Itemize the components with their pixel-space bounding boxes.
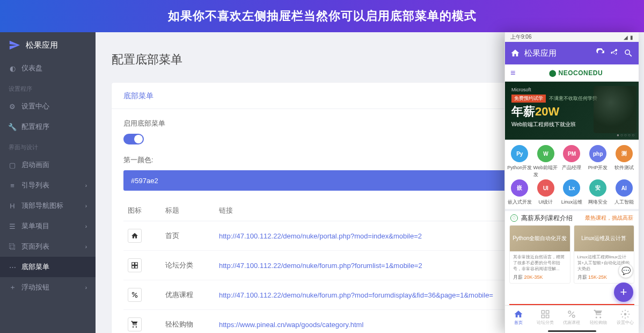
row-title: 轻松购物 [161,310,215,334]
chevron-right-icon: › [85,183,87,189]
pages-icon: ⿻ [9,243,16,251]
row-icon [128,317,142,331]
svg-point-8 [573,315,575,317]
home-indicator [548,330,596,332]
status-clock: 上午9:06 [510,33,531,41]
refresh-icon[interactable] [596,48,605,58]
dots-icon: ⋯ [9,263,16,271]
bottom-nav: 首页论坛分类优惠课程轻松购物设置中心 [505,305,639,329]
color-value: #597ae2 [131,177,158,185]
phone-appbar: 松果应用 [505,42,639,64]
section-header: ♡ 高薪系列课程介绍 最热课程，挑战高薪 [505,209,639,225]
h-icon: H [9,202,16,210]
sidebar-item-config[interactable]: 🔧配置程序 [0,117,96,137]
chevron-right-icon: › [85,285,87,291]
grid-item[interactable]: PyPython开发 [507,145,532,178]
nav-item[interactable]: 优惠课程 [559,306,586,329]
sidebar-item-bottom-menu[interactable]: ⋯底部菜单 [0,257,96,277]
gauge-icon: ◐ [9,64,16,73]
grid-item[interactable]: LxLinux运维 [559,179,584,206]
sidebar-item-guide[interactable]: ≡引导列表› [0,175,96,196]
chevron-right-icon: › [85,203,87,209]
grid-item[interactable]: UIUI设计 [533,179,559,206]
hero-banner[interactable]: Microsoft 免费预约试学不满意不收取任何学费 年薪20W Web前端工程… [505,82,639,140]
sidebar-item-float[interactable]: ＋浮动按钮› [0,277,96,298]
nav-item[interactable]: 首页 [505,306,532,329]
nav-item[interactable]: 轻松购物 [585,306,612,329]
wifi-icon: ◢ [624,34,628,40]
svg-rect-5 [541,315,544,317]
chat-bubble-icon[interactable]: 💬 [618,263,633,278]
sidebar-item-dashboard[interactable]: ◐仪表盘 [0,58,96,78]
image-icon: ▢ [9,161,16,169]
svg-point-10 [624,313,627,315]
row-title: 论坛分类 [161,251,215,280]
grid-item[interactable]: 测软件测试 [611,145,636,178]
paper-plane-icon [9,39,20,51]
menu-icon: ☰ [9,222,16,230]
svg-rect-3 [541,310,544,313]
sidebar-item-menu[interactable]: ☰菜单项目› [0,216,96,236]
row-icon [128,258,142,272]
svg-rect-6 [546,315,548,317]
search-icon[interactable] [624,48,633,58]
phone-app-title: 松果应用 [524,48,591,59]
grid-item[interactable]: WWeb前端开发 [533,145,559,178]
phone-brand-row: ≡ ⬤ NEOCONEDU [505,64,639,82]
sliders-icon: ⚙ [9,103,16,111]
row-icon [128,288,142,302]
logo-text: 松果应用 [26,40,58,50]
course-cards: Python全能自动化开发其非常接近自然语言，精简了很多不必要的分号和括号，非常… [505,225,639,284]
svg-point-1 [135,295,137,298]
brand-logo: ⬤ NEOCONEDU [518,69,633,77]
phone-preview: 上午9:06 ◢▮ 松果应用 ≡ ⬤ NEOCONEDU Microsoft 免… [504,32,639,333]
svg-line-9 [569,312,574,316]
sidebar-item-topnav[interactable]: H顶部导航图标› [0,196,96,216]
grid-item[interactable]: AI人工智能 [611,179,636,206]
phone-statusbar: 上午9:06 ◢▮ [505,32,639,42]
svg-line-2 [133,293,137,297]
fab-button[interactable]: + [614,283,633,302]
sidebar-section-ui: 界面与设计 [0,137,96,155]
grid-item[interactable]: PM产品经理 [559,145,584,178]
nav-item[interactable]: 设置中心 [612,306,639,329]
admin-sidebar: 松果应用 ◐仪表盘 设置程序 ⚙设置中心 🔧配置程序 界面与设计 ▢启动画面 ≡… [0,32,96,333]
sidebar-item-splash[interactable]: ▢启动画面 [0,155,96,175]
grid-item[interactable]: phpPHP开发 [586,145,611,178]
enable-toggle[interactable] [123,134,144,144]
carousel-dots: ● ○ ○ ○ ○ [617,133,634,137]
chevron-right-icon: › [85,244,87,250]
col-icon: 图标 [123,200,161,221]
row-title: 优惠课程 [161,280,215,310]
logo[interactable]: 松果应用 [0,32,96,58]
nav-item[interactable]: 论坛分类 [532,306,559,329]
chevron-right-icon: › [85,223,87,229]
promo-banner: 如果你不喜欢左侧抽屉栏当然你可以启用底部菜单的模式 [0,0,644,32]
col-title: 标题 [161,200,215,221]
grid-item[interactable]: 嵌嵌入式开发 [507,179,532,206]
plus-icon: ＋ [9,283,16,292]
category-grid: PyPython开发WWeb前端开发PM产品经理phpPHP开发测软件测试嵌嵌入… [505,140,639,209]
hero-badge: 免费预约试学 [511,95,546,103]
bulb-icon: ♡ [510,214,518,222]
wrench-icon: 🔧 [9,123,16,131]
sidebar-item-pages[interactable]: ⿻页面列表› [0,236,96,257]
signal-icon: ▮ [630,34,633,40]
sidebar-item-settings-center[interactable]: ⚙设置中心 [0,96,96,117]
home-icon[interactable] [510,48,520,58]
svg-point-7 [568,311,571,314]
svg-point-0 [132,292,134,294]
svg-rect-4 [546,310,548,313]
row-icon [128,229,142,243]
course-card[interactable]: Python全能自动化开发其非常接近自然语言，精简了很多不必要的分号和括号，非常… [509,225,570,284]
grid-item[interactable]: 安网络安全 [586,179,611,206]
share-icon[interactable] [610,48,619,58]
hamburger-icon[interactable]: ≡ [510,68,515,78]
list-icon: ≡ [9,182,16,190]
sidebar-section-settings: 设置程序 [0,78,96,96]
row-title: 首页 [161,221,215,251]
